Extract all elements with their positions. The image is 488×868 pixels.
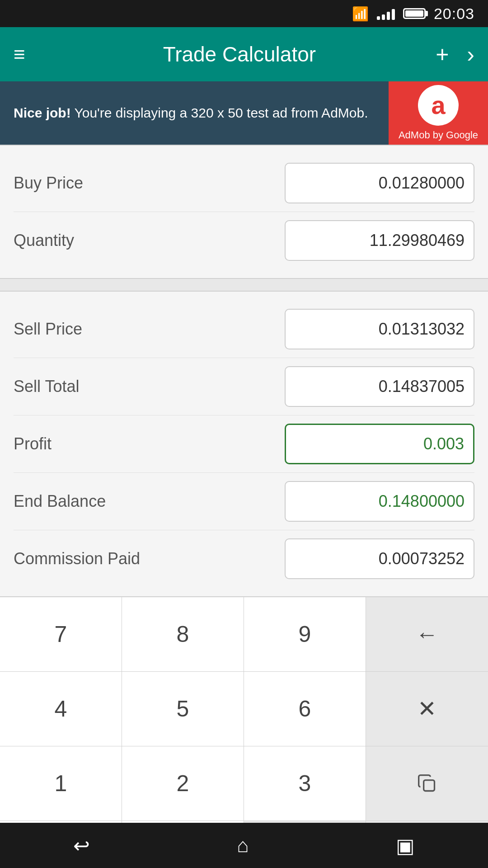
buy-section: Buy Price Quantity bbox=[0, 146, 488, 278]
signal-bars bbox=[377, 7, 395, 20]
sell-total-row: Sell Total bbox=[14, 358, 474, 415]
commission-row: Commission Paid bbox=[14, 530, 474, 587]
status-bar: 📶 20:03 bbox=[0, 0, 488, 27]
key-4[interactable]: 4 bbox=[0, 672, 122, 746]
app-bar-actions: + › bbox=[436, 41, 474, 67]
end-balance-label: End Balance bbox=[14, 492, 285, 511]
profit-row: Profit bbox=[14, 415, 474, 473]
commission-input[interactable] bbox=[285, 538, 474, 579]
ad-logo-area: a AdMob by Google bbox=[389, 81, 488, 145]
key-backspace[interactable]: ← bbox=[366, 597, 488, 672]
end-balance-input[interactable] bbox=[285, 481, 474, 522]
sell-total-input[interactable] bbox=[285, 366, 474, 407]
admob-label: AdMob by Google bbox=[399, 129, 478, 141]
quantity-label: Quantity bbox=[14, 231, 285, 250]
nav-home-icon[interactable]: ⌂ bbox=[237, 834, 249, 857]
key-copy[interactable] bbox=[366, 746, 488, 821]
sell-total-label: Sell Total bbox=[14, 377, 285, 396]
quantity-input[interactable] bbox=[285, 220, 474, 261]
wifi-icon: 📶 bbox=[352, 6, 369, 22]
svg-rect-0 bbox=[424, 780, 435, 791]
end-balance-row: End Balance bbox=[14, 473, 474, 530]
ad-body-text: You're displaying a 320 x 50 test ad fro… bbox=[71, 105, 368, 120]
commission-label: Commission Paid bbox=[14, 549, 285, 568]
signal-bar-2 bbox=[382, 14, 385, 20]
key-2[interactable]: 2 bbox=[122, 746, 244, 821]
key-5[interactable]: 5 bbox=[122, 672, 244, 746]
signal-bar-3 bbox=[387, 12, 390, 20]
status-time: 20:03 bbox=[434, 5, 474, 23]
buy-price-row: Buy Price bbox=[14, 155, 474, 212]
forward-icon[interactable]: › bbox=[467, 41, 474, 67]
buy-price-label: Buy Price bbox=[14, 174, 285, 193]
ad-text-area: Nice job! You're displaying a 320 x 50 t… bbox=[0, 94, 389, 132]
nav-back-icon[interactable]: ↩ bbox=[73, 834, 90, 857]
quantity-row: Quantity bbox=[14, 212, 474, 269]
sell-price-input[interactable] bbox=[285, 309, 474, 349]
app-bar: ≡ Trade Calculator + › bbox=[0, 27, 488, 81]
key-6[interactable]: 6 bbox=[244, 672, 366, 746]
section-gap bbox=[0, 278, 488, 292]
profit-input[interactable] bbox=[285, 424, 474, 464]
battery-icon bbox=[403, 8, 426, 19]
ad-banner: Nice job! You're displaying a 320 x 50 t… bbox=[0, 81, 488, 145]
signal-bar-4 bbox=[392, 9, 395, 20]
ad-bold-text: Nice job! bbox=[14, 105, 71, 120]
status-icons: 📶 20:03 bbox=[352, 5, 474, 23]
key-8[interactable]: 8 bbox=[122, 597, 244, 672]
app-title: Trade Calculator bbox=[43, 42, 436, 66]
signal-bar-1 bbox=[377, 16, 380, 20]
add-icon[interactable]: + bbox=[436, 41, 449, 67]
key-7[interactable]: 7 bbox=[0, 597, 122, 672]
ad-text: Nice job! You're displaying a 320 x 50 t… bbox=[14, 105, 368, 120]
profit-label: Profit bbox=[14, 434, 285, 453]
key-3[interactable]: 3 bbox=[244, 746, 366, 821]
sell-price-row: Sell Price bbox=[14, 301, 474, 358]
buy-price-input[interactable] bbox=[285, 163, 474, 203]
sell-price-label: Sell Price bbox=[14, 320, 285, 339]
nav-bar: ↩ ⌂ ▣ bbox=[0, 823, 488, 868]
admob-logo-circle: a bbox=[418, 85, 459, 126]
sell-section: Sell Price Sell Total Profit End Balance… bbox=[0, 292, 488, 596]
key-9[interactable]: 9 bbox=[244, 597, 366, 672]
battery-fill bbox=[405, 10, 423, 17]
admob-letter: a bbox=[431, 93, 445, 118]
key-clear[interactable]: ✕ bbox=[366, 672, 488, 746]
menu-icon[interactable]: ≡ bbox=[14, 44, 25, 64]
key-1[interactable]: 1 bbox=[0, 746, 122, 821]
nav-recents-icon[interactable]: ▣ bbox=[396, 834, 415, 857]
